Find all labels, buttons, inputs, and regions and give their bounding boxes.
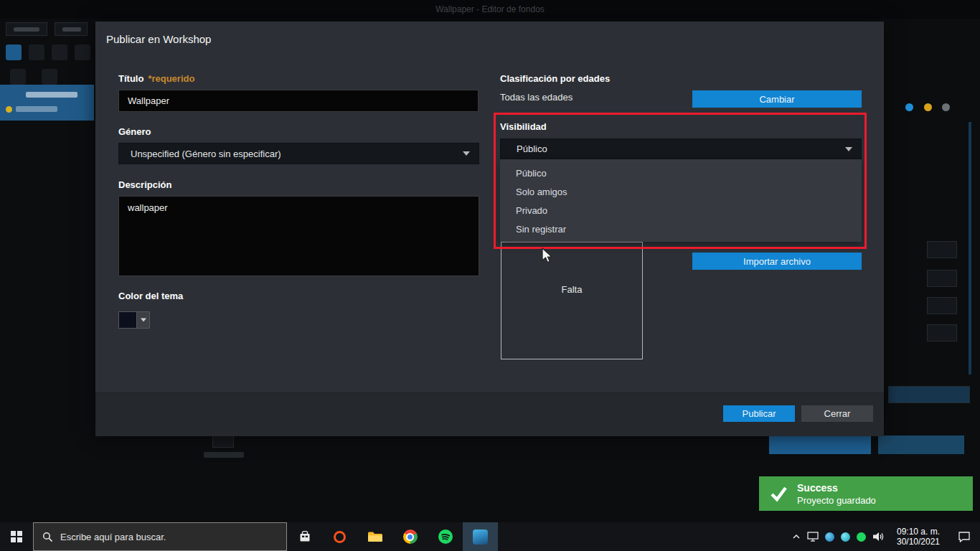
windows-logo-icon: [11, 531, 22, 542]
cambiar-button[interactable]: Cambiar: [692, 90, 862, 108]
theme-color-dropdown[interactable]: [137, 311, 150, 329]
color-tema-label: Color del tema: [118, 291, 183, 301]
preview-missing-text: Falta: [501, 284, 642, 295]
chevron-down-icon: [141, 319, 146, 322]
visibilidad-option-privado[interactable]: Privado: [500, 202, 862, 220]
success-toast: Success Proyecto guardado: [759, 476, 973, 511]
background-blue-button: [769, 435, 871, 454]
background-decor: [204, 452, 244, 458]
toast-message: Proyecto guardado: [797, 495, 876, 506]
chrome-logo-icon: [403, 529, 418, 544]
background-toolbar-icon: [52, 44, 67, 60]
background-window-title: Wallpaper - Editor de fondos: [0, 4, 980, 14]
system-tray: 09:10 a. m. 30/10/2021: [792, 522, 980, 551]
background-panel-icon: [927, 324, 957, 342]
dialog-footer: Publicar Cerrar: [95, 392, 884, 436]
dialog-title: Publicar en Workshop: [106, 33, 211, 45]
background-dot-icon: [905, 103, 913, 111]
background-panel-button: [888, 386, 970, 403]
titulo-label: Título*requerido: [118, 73, 194, 84]
background-scrollbar: [969, 122, 971, 375]
chevron-down-icon: [845, 147, 852, 151]
background-toolbar-icon: [42, 69, 57, 85]
taskbar-chrome-icon[interactable]: [392, 522, 428, 551]
chevron-down-icon: [463, 151, 470, 156]
taskbar-search-box[interactable]: [33, 522, 287, 551]
tray-blue-app-icon[interactable]: [825, 532, 834, 542]
background-dot-icon: [924, 103, 932, 111]
taskbar-file-explorer-icon[interactable]: [357, 522, 392, 551]
background-decor: [16, 106, 57, 112]
titulo-input[interactable]: [118, 90, 479, 112]
notification-center-icon[interactable]: [952, 531, 976, 542]
background-toolbar-icon: [6, 44, 22, 60]
tray-monitor-icon[interactable]: [807, 532, 819, 542]
desktop: Wallpaper - Editor de fondos Publicar en…: [0, 0, 980, 551]
background-dot-icon: [942, 103, 950, 111]
toast-text: Success Proyecto guardado: [797, 482, 876, 506]
cerrar-button[interactable]: Cerrar: [801, 405, 873, 422]
clock-date: 30/10/2021: [891, 537, 946, 547]
taskbar-spotify-icon[interactable]: [428, 522, 463, 551]
titulo-label-text: Título: [118, 73, 143, 84]
background-toolbar-icon: [10, 69, 26, 85]
tray-teal-app-icon[interactable]: [841, 532, 850, 542]
background-toolbar-icon: [29, 44, 44, 60]
importar-archivo-button[interactable]: Importar archivo: [692, 253, 862, 270]
genero-selected-value: Unspecified (Género sin especificar): [131, 149, 281, 159]
windows-taskbar: 09:10 a. m. 30/10/2021: [0, 522, 980, 551]
volume-icon[interactable]: [872, 531, 885, 542]
background-panel-icon: [927, 270, 957, 287]
genero-select[interactable]: Unspecified (Género sin especificar): [118, 143, 479, 164]
publicar-button[interactable]: Publicar: [723, 405, 795, 422]
toast-title: Success: [797, 482, 876, 494]
background-selected-list-item: [0, 85, 94, 121]
clasificacion-label: Clasificación por edades: [500, 73, 610, 84]
background-menu-button: [55, 22, 88, 36]
preview-image-box: Falta: [501, 242, 643, 359]
spotify-logo-icon: [438, 529, 453, 544]
descripcion-label: Descripción: [118, 179, 171, 190]
required-marker: *requerido: [148, 73, 194, 84]
genero-label: Género: [118, 126, 151, 137]
visibilidad-option-solo-amigos[interactable]: Solo amigos: [500, 183, 862, 202]
visibilidad-selected-value: Público: [517, 143, 547, 154]
background-star-icon: [6, 106, 12, 113]
visibilidad-select[interactable]: Público: [500, 138, 862, 159]
descripcion-textarea[interactable]: wallpaper: [118, 196, 479, 276]
background-panel-icon: [927, 241, 957, 258]
background-toolbar-icon: [75, 44, 90, 60]
background-decor: [14, 27, 39, 32]
search-input[interactable]: [60, 532, 268, 542]
search-icon: [42, 532, 53, 542]
background-blue-button: [878, 435, 964, 454]
background-menu-button: [6, 22, 47, 36]
media-app-ring-icon: [334, 531, 346, 543]
wallpaper-engine-logo-icon: [473, 529, 488, 545]
clock-time: 09:10 a. m.: [891, 527, 946, 537]
clasificacion-value: Todas las edades: [500, 92, 573, 103]
taskbar-apps: [287, 522, 498, 551]
publish-workshop-dialog: Publicar en Workshop Título*requerido Gé…: [95, 22, 884, 436]
start-button[interactable]: [0, 522, 33, 551]
background-decor: [62, 27, 81, 32]
taskbar-media-app-icon[interactable]: [322, 522, 357, 551]
taskbar-clock[interactable]: 09:10 a. m. 30/10/2021: [891, 527, 946, 547]
taskbar-microsoft-store-icon[interactable]: [287, 522, 322, 551]
background-panel-icon: [927, 297, 957, 314]
tray-expand-chevron-icon[interactable]: [792, 534, 801, 540]
visibilidad-option-sin-registrar[interactable]: Sin registrar: [500, 220, 862, 239]
theme-color-swatch: [118, 311, 137, 329]
theme-color-picker[interactable]: [118, 311, 150, 329]
visibilidad-option-publico[interactable]: Público: [500, 164, 862, 183]
background-decor: [26, 92, 77, 98]
taskbar-wallpaper-engine-icon[interactable]: [463, 522, 498, 551]
tray-spotify-icon[interactable]: [857, 532, 866, 542]
visibilidad-label: Visibilidad: [500, 121, 547, 132]
visibilidad-options-list: Público Solo amigos Privado Sin registra…: [500, 159, 862, 242]
check-icon: [769, 484, 788, 503]
